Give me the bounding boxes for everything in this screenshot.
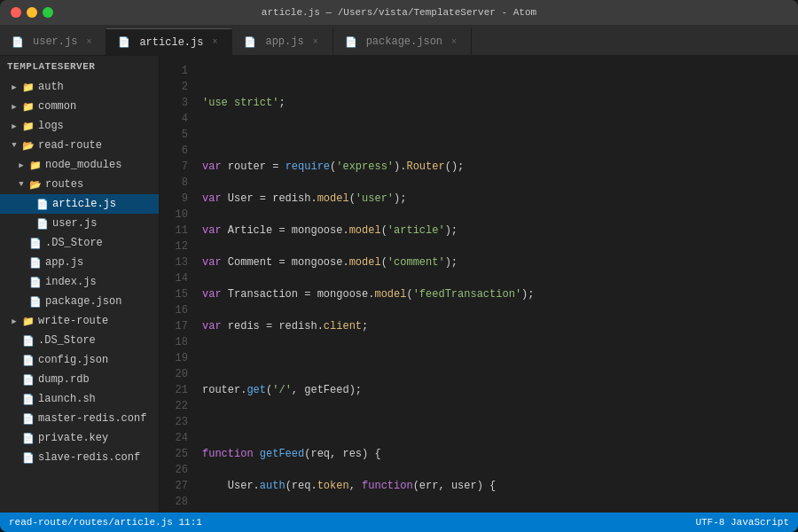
sidebar-item-label: article.js bbox=[52, 198, 116, 210]
sidebar-item-label: write-route bbox=[38, 315, 108, 327]
spacer bbox=[7, 431, 21, 445]
file-icon: 📄 bbox=[28, 236, 43, 250]
line-number: 1 bbox=[160, 63, 188, 79]
editor[interactable]: 1234567891011121314151617181920212223242… bbox=[160, 56, 798, 512]
line-number: 4 bbox=[160, 111, 188, 127]
sidebar-item-index-js[interactable]: 📄 index.js bbox=[0, 272, 159, 292]
file-icon: 📄 bbox=[28, 255, 43, 270]
sidebar-item-private-key[interactable]: 📄 private.key bbox=[0, 428, 159, 448]
folder-icon: 📁 bbox=[21, 80, 35, 94]
spacer bbox=[7, 450, 21, 465]
sidebar-item-logs[interactable]: ▶ 📁 logs bbox=[0, 116, 159, 136]
line-number: 28 bbox=[160, 494, 188, 510]
sidebar-item-label: package.json bbox=[45, 295, 121, 308]
sidebar-item-common[interactable]: ▶ 📁 common bbox=[0, 97, 159, 116]
sidebar-item-dump-rdb[interactable]: 📄 dump.rdb bbox=[0, 370, 159, 389]
sidebar-item-user-js[interactable]: 📄 user.js bbox=[0, 214, 159, 233]
sidebar-item-label: .DS_Store bbox=[38, 334, 96, 347]
sidebar-item-master-redis[interactable]: 📄 master-redis.conf bbox=[0, 409, 159, 428]
line-number: 10 bbox=[160, 207, 188, 223]
line-number: 3 bbox=[160, 95, 188, 111]
sidebar-item-ds-store-1[interactable]: 📄 .DS_Store bbox=[0, 233, 159, 253]
title-bar: article.js — /Users/vista/TemplateServer… bbox=[0, 0, 798, 25]
chevron-right-icon: ▶ bbox=[7, 314, 21, 328]
sidebar-item-label: index.js bbox=[45, 276, 97, 288]
line-number: 18 bbox=[160, 334, 188, 350]
tab-close-icon[interactable]: × bbox=[448, 35, 460, 48]
sidebar-item-config-json[interactable]: 📄 config.json bbox=[0, 350, 159, 370]
line-number: 25 bbox=[160, 446, 188, 462]
app-window: article.js — /Users/vista/TemplateServer… bbox=[0, 0, 798, 532]
line-number: 26 bbox=[160, 462, 188, 478]
sidebar-item-label: master-redis.conf bbox=[38, 412, 146, 425]
main-area: TEMPLATESERVER ▶ 📁 auth ▶ 📁 common ▶ 📁 l… bbox=[0, 56, 798, 512]
tab-user-js[interactable]: 📄 user.js × bbox=[0, 28, 106, 55]
maximize-button[interactable] bbox=[43, 7, 53, 18]
sidebar-item-label: private.key bbox=[38, 432, 108, 444]
close-button[interactable] bbox=[11, 7, 21, 18]
minimize-button[interactable] bbox=[27, 7, 37, 18]
sidebar-item-label: user.js bbox=[52, 217, 97, 230]
sidebar-item-slave-redis[interactable]: 📄 slave-redis.conf bbox=[0, 448, 159, 467]
tab-article-js[interactable]: 📄 article.js × bbox=[106, 28, 232, 55]
sidebar-item-label: read-route bbox=[38, 139, 102, 152]
code-editor[interactable]: 'use strict'; var router = require('expr… bbox=[195, 56, 798, 512]
line-number: 17 bbox=[160, 318, 188, 334]
sidebar-item-app-js[interactable]: 📄 app.js bbox=[0, 253, 159, 272]
tab-label: user.js bbox=[33, 35, 77, 48]
sidebar-item-label: app.js bbox=[45, 256, 83, 269]
status-encoding: UTF-8 JavaScript bbox=[695, 517, 789, 528]
sidebar-item-label: node_modules bbox=[45, 159, 121, 171]
folder-open-icon: 📂 bbox=[21, 138, 35, 153]
line-number: 16 bbox=[160, 302, 188, 318]
sidebar-item-label: launch.sh bbox=[38, 393, 96, 405]
sidebar-item-read-route[interactable]: ▼ 📂 read-route bbox=[0, 136, 159, 155]
sidebar-item-routes[interactable]: ▼ 📂 routes bbox=[0, 175, 159, 194]
file-icon: 📄 bbox=[21, 392, 35, 406]
file-icon: 📄 bbox=[21, 333, 35, 348]
line-number: 14 bbox=[160, 270, 188, 286]
status-right: UTF-8 JavaScript bbox=[695, 517, 789, 528]
sidebar-item-auth[interactable]: ▶ 📁 auth bbox=[0, 77, 159, 97]
tab-bar: 📄 user.js × 📄 article.js × 📄 app.js × 📄 … bbox=[0, 25, 798, 56]
line-number: 19 bbox=[160, 350, 188, 366]
tab-close-icon[interactable]: × bbox=[208, 36, 221, 49]
file-icon: 📄 bbox=[21, 372, 35, 387]
spacer bbox=[14, 275, 28, 289]
folder-icon: 📁 bbox=[21, 119, 35, 133]
file-icon: 📄 bbox=[21, 411, 35, 426]
tab-app-js[interactable]: 📄 app.js × bbox=[232, 28, 332, 55]
sidebar-item-label: logs bbox=[38, 120, 64, 132]
sidebar-item-article-js[interactable]: 📄 article.js bbox=[0, 194, 159, 214]
file-icon: 📄 bbox=[28, 275, 43, 289]
file-icon: 📄 bbox=[243, 35, 257, 49]
sidebar-item-launch-sh[interactable]: 📄 launch.sh bbox=[0, 389, 159, 409]
line-number: 13 bbox=[160, 254, 188, 270]
folder-open-icon: 📂 bbox=[28, 177, 43, 192]
sidebar-item-label: config.json bbox=[38, 354, 108, 366]
file-icon: 📄 bbox=[344, 35, 358, 49]
tab-package-json[interactable]: 📄 package.json × bbox=[333, 28, 472, 55]
line-number: 2 bbox=[160, 79, 188, 95]
tab-close-icon[interactable]: × bbox=[82, 35, 95, 48]
sidebar-item-write-route[interactable]: ▶ 📁 write-route bbox=[0, 311, 159, 331]
tab-close-icon[interactable]: × bbox=[309, 35, 322, 48]
status-bar: read-route/routes/article.js 11:1 UTF-8 … bbox=[0, 512, 798, 532]
spacer bbox=[7, 372, 21, 387]
sidebar-item-node-modules[interactable]: ▶ 📁 node_modules bbox=[0, 155, 159, 175]
window-title: article.js — /Users/vista/TemplateServer… bbox=[262, 7, 536, 18]
chevron-right-icon: ▶ bbox=[7, 119, 21, 133]
sidebar-item-label: auth bbox=[38, 81, 64, 93]
sidebar-item-ds-store-2[interactable]: 📄 .DS_Store bbox=[0, 331, 159, 350]
file-icon: 📄 bbox=[21, 431, 35, 445]
tab-label: app.js bbox=[265, 35, 303, 48]
line-number: 22 bbox=[160, 398, 188, 414]
file-icon: 📄 bbox=[35, 216, 50, 231]
sidebar-item-package-json[interactable]: 📄 package.json bbox=[0, 292, 159, 311]
status-left: read-route/routes/article.js 11:1 bbox=[9, 517, 202, 528]
line-number: 27 bbox=[160, 478, 188, 494]
tab-label: package.json bbox=[366, 35, 442, 48]
line-number: 15 bbox=[160, 286, 188, 302]
line-number: 21 bbox=[160, 382, 188, 398]
sidebar-item-label: dump.rdb bbox=[38, 373, 90, 386]
